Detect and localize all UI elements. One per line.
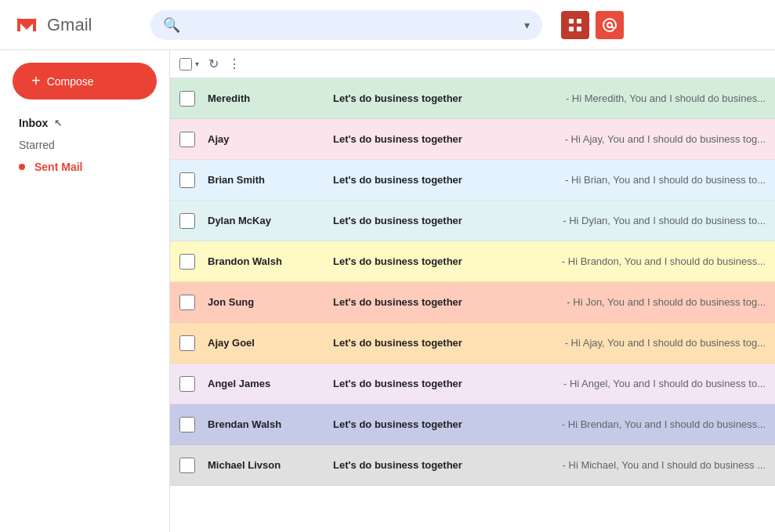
email-checkbox[interactable] — [179, 172, 195, 188]
search-dropdown-icon[interactable]: ▾ — [524, 19, 530, 31]
main-layout: + Compose Inbox ↖ Starred Sent Mail ▾ ↻ — [0, 50, 775, 532]
email-subject-area: Let's do business together - Hi Meredith… — [333, 92, 766, 104]
header: Gmail 🔍 ▾ — [0, 0, 775, 50]
search-icon: 🔍 — [163, 16, 180, 34]
email-sender: Meredith — [208, 92, 333, 104]
email-preview: - Hi Michael, You and I should do busine… — [563, 459, 766, 471]
email-checkbox[interactable] — [179, 458, 195, 473]
email-subject: Let's do business together — [333, 215, 560, 226]
email-row[interactable]: Angel James Let's do business together -… — [170, 364, 775, 404]
email-sender: Michael Livson — [208, 459, 333, 471]
email-subject: Let's do business together — [333, 337, 562, 349]
email-subject: Let's do business together — [333, 133, 562, 145]
inbox-label: Inbox — [19, 117, 48, 129]
email-checkbox[interactable] — [179, 376, 195, 392]
email-sender: Brandon Walsh — [208, 255, 333, 267]
sidebar: + Compose Inbox ↖ Starred Sent Mail — [0, 50, 169, 532]
email-preview: - Hi Brian, You and I should do business… — [565, 174, 766, 186]
email-preview: - Hi Jon, You and I should do business t… — [567, 296, 766, 308]
sidebar-item-sent[interactable]: Sent Mail — [0, 156, 157, 178]
email-subject-area: Let's do business together - Hi Angel, Y… — [333, 378, 766, 389]
email-subject-area: Let's do business together - Hi Brandon,… — [333, 255, 766, 267]
starred-label: Starred — [19, 139, 55, 151]
search-input[interactable] — [187, 18, 512, 32]
at-button[interactable] — [596, 11, 624, 39]
email-sender: Jon Sung — [208, 296, 333, 308]
email-subject: Let's do business together — [333, 418, 559, 430]
email-subject-area: Let's do business together - Hi Brian, Y… — [333, 174, 766, 186]
email-sender: Dylan McKay — [208, 215, 333, 226]
email-checkbox[interactable] — [179, 254, 195, 270]
select-all-area[interactable]: ▾ — [179, 58, 199, 71]
email-subject-area: Let's do business together - Hi Ajay, Yo… — [333, 337, 766, 349]
email-subject: Let's do business together — [333, 92, 563, 104]
svg-rect-6 — [577, 27, 581, 31]
email-row[interactable]: Jon Sung Let's do business together - Hi… — [170, 282, 775, 323]
email-checkbox[interactable] — [179, 335, 195, 351]
email-subject-area: Let's do business together - Hi Ajay, Yo… — [333, 133, 766, 145]
email-subject-area: Let's do business together - Hi Brendan,… — [333, 418, 766, 430]
logo-area: Gmail — [13, 11, 138, 39]
email-rows: Meredith Let's do business together - Hi… — [170, 78, 775, 486]
email-row[interactable]: Ajay Goel Let's do business together - H… — [170, 323, 775, 364]
sent-dot-icon — [19, 164, 25, 170]
email-row[interactable]: Meredith Let's do business together - Hi… — [170, 78, 775, 119]
svg-rect-5 — [569, 27, 574, 31]
sidebar-item-starred[interactable]: Starred — [0, 134, 157, 156]
svg-rect-4 — [577, 19, 581, 24]
email-row[interactable]: Brandon Walsh Let's do business together… — [170, 241, 775, 282]
email-subject: Let's do business together — [333, 174, 562, 186]
email-subject: Let's do business together — [333, 296, 563, 308]
email-sender: Angel James — [208, 378, 333, 389]
grid-view-button[interactable] — [561, 11, 589, 39]
email-row[interactable]: Brian Smith Let's do business together -… — [170, 160, 775, 201]
sidebar-nav: Inbox ↖ Starred Sent Mail — [0, 112, 169, 178]
email-subject: Let's do business together — [333, 378, 560, 389]
email-preview: - Hi Ajay, You and I should do business … — [565, 337, 766, 349]
email-subject-area: Let's do business together - Hi Jon, You… — [333, 296, 766, 308]
email-checkbox[interactable] — [179, 213, 195, 229]
email-preview: - Hi Angel, You and I should do business… — [563, 378, 766, 389]
select-all-checkbox[interactable] — [179, 58, 192, 71]
email-sender: Ajay Goel — [208, 337, 333, 349]
email-preview: - Hi Ajay, You and I should do business … — [565, 133, 766, 145]
gmail-logo-icon — [13, 11, 41, 39]
svg-rect-3 — [569, 19, 574, 24]
email-preview: - Hi Brandon, You and I should do busine… — [562, 255, 766, 267]
email-checkbox[interactable] — [179, 295, 195, 310]
search-bar[interactable]: 🔍 ▾ — [150, 10, 542, 40]
email-list-container: ▾ ↻ ⋮ Meredith Let's do business togethe… — [169, 50, 775, 532]
more-options-icon[interactable]: ⋮ — [228, 56, 241, 71]
refresh-icon[interactable]: ↻ — [208, 56, 219, 71]
cursor-icon: ↖ — [54, 118, 62, 128]
email-preview: - Hi Brendan, You and I should do busine… — [562, 418, 766, 430]
email-preview: - Hi Dylan, You and I should do business… — [563, 215, 766, 226]
email-subject-area: Let's do business together - Hi Michael,… — [333, 459, 766, 471]
email-sender: Ajay — [208, 133, 333, 145]
email-subject: Let's do business together — [333, 459, 560, 471]
compose-button[interactable]: + Compose — [13, 63, 157, 100]
sent-label: Sent Mail — [34, 161, 82, 173]
email-row[interactable]: Michael Livson Let's do business togethe… — [170, 445, 775, 486]
email-row[interactable]: Brendan Walsh Let's do business together… — [170, 404, 775, 445]
email-row[interactable]: Dylan McKay Let's do business together -… — [170, 201, 775, 241]
gmail-text: Gmail — [47, 15, 92, 35]
email-sender: Brendan Walsh — [208, 418, 333, 430]
email-toolbar: ▾ ↻ ⋮ — [170, 50, 775, 78]
email-subject: Let's do business together — [333, 255, 559, 267]
email-preview: - Hi Meredith, You and I should do busin… — [566, 92, 766, 104]
email-checkbox[interactable] — [179, 132, 195, 147]
compose-plus-icon: + — [31, 72, 41, 90]
compose-label: Compose — [47, 75, 94, 88]
sidebar-item-inbox[interactable]: Inbox ↖ — [0, 112, 157, 134]
email-checkbox[interactable] — [179, 417, 195, 432]
header-icons — [561, 11, 624, 39]
email-sender: Brian Smith — [208, 174, 333, 186]
email-checkbox[interactable] — [179, 91, 195, 107]
email-subject-area: Let's do business together - Hi Dylan, Y… — [333, 215, 766, 226]
select-dropdown-icon[interactable]: ▾ — [195, 60, 199, 68]
email-row[interactable]: Ajay Let's do business together - Hi Aja… — [170, 119, 775, 160]
